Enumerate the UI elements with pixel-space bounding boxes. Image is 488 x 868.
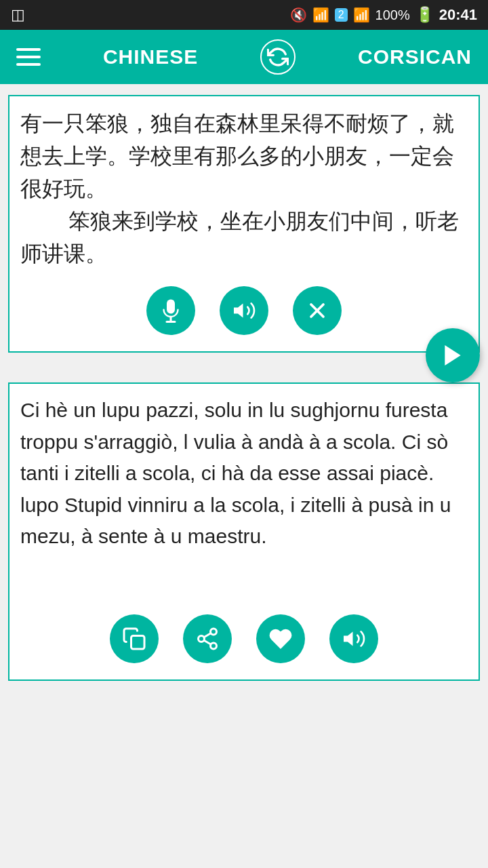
- svg-marker-5: [445, 345, 460, 366]
- hamburger-menu-button[interactable]: [16, 48, 41, 66]
- target-speaker-button[interactable]: [329, 614, 378, 663]
- copy-button[interactable]: [110, 614, 159, 663]
- close-icon: [305, 298, 329, 323]
- sim-icon: 2: [335, 8, 348, 22]
- share-button[interactable]: [183, 614, 232, 663]
- svg-marker-12: [344, 632, 353, 646]
- target-language-label[interactable]: CORSICAN: [358, 45, 472, 68]
- wifi-icon: 📶: [312, 7, 329, 23]
- speaker-icon: [232, 298, 256, 323]
- image-icon: ◫: [11, 6, 25, 24]
- svg-line-10: [204, 640, 211, 644]
- source-panel: 有一只笨狼，独自在森林里呆得不耐烦了，就想去上学。学校里有那么多的小朋友，一定会…: [8, 95, 480, 353]
- battery-icon: 🔋: [415, 6, 434, 24]
- svg-marker-2: [234, 304, 243, 318]
- status-left: ◫: [11, 6, 25, 24]
- top-nav: CHINESE CORSICAN: [0, 30, 488, 84]
- copy-icon: [122, 627, 146, 651]
- send-button-wrapper: [0, 328, 480, 382]
- mute-icon: 🔇: [290, 7, 307, 23]
- heart-icon: [268, 627, 293, 651]
- battery-label: 100%: [375, 7, 410, 23]
- svg-line-11: [204, 633, 211, 637]
- svg-point-7: [211, 629, 217, 635]
- target-text: Ci hè un lupu pazzi, solu in lu sughjorn…: [20, 395, 468, 602]
- send-icon: [439, 342, 466, 369]
- target-panel: Ci hè un lupu pazzi, solu in lu sughjorn…: [8, 382, 480, 681]
- speaker-2-icon: [342, 627, 366, 651]
- source-text[interactable]: 有一只笨狼，独自在森林里呆得不耐烦了，就想去上学。学校里有那么多的小朋友，一定会…: [20, 107, 468, 274]
- swap-icon: [267, 46, 289, 68]
- favorite-button[interactable]: [256, 614, 305, 663]
- source-language-label[interactable]: CHINESE: [103, 45, 198, 68]
- status-bar: ◫ 🔇 📶 2 📶 100% 🔋 20:41: [0, 0, 488, 30]
- mic-icon: [159, 298, 183, 323]
- svg-point-8: [199, 636, 205, 642]
- send-translate-button[interactable]: [426, 328, 480, 382]
- status-time: 20:41: [439, 6, 477, 24]
- status-right: 🔇 📶 2 📶 100% 🔋 20:41: [290, 6, 477, 24]
- signal-icon: 📶: [353, 7, 370, 23]
- svg-rect-6: [131, 636, 145, 650]
- target-controls: [20, 602, 468, 669]
- svg-point-9: [211, 643, 217, 649]
- swap-languages-button[interactable]: [260, 39, 296, 75]
- share-icon: [195, 627, 220, 651]
